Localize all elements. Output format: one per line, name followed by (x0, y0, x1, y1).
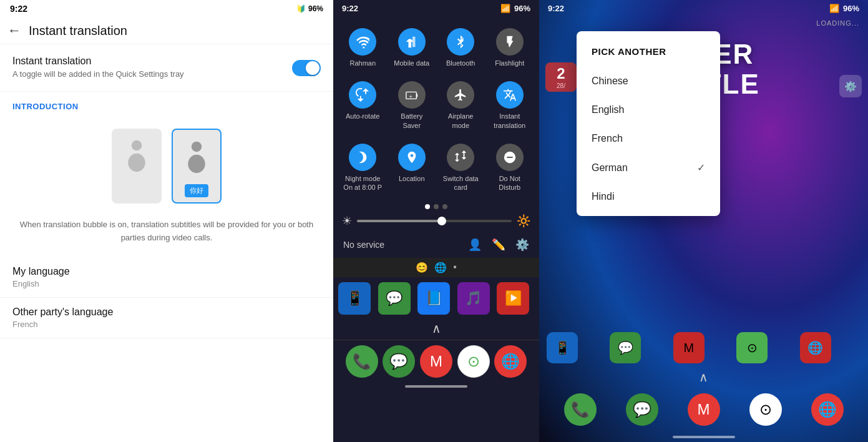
signal-icon: 🔰 (296, 4, 306, 13)
dock-chrome[interactable]: ⊙ (457, 345, 490, 378)
location-label: Location (399, 174, 425, 183)
airplane-label: Airplane mode (440, 112, 482, 130)
settings-status-icons: 🔰 96% (296, 4, 323, 13)
back-button[interactable]: ← (7, 22, 21, 39)
settings-toolbar: ← Instant translation (0, 17, 333, 44)
app-icon-2[interactable]: 💬 (378, 282, 411, 315)
qs-time: 9:22 (342, 4, 358, 13)
qs-tile-instant-translation[interactable]: Instant translation (487, 75, 534, 135)
flashlight-icon (496, 28, 524, 56)
battery-saver-label: Battery Saver (391, 112, 433, 130)
qs-bottom-icons: 👤 ✏️ ⚙️ (468, 238, 529, 252)
qs-tile-auto-rotate[interactable]: Auto-rotate (339, 75, 386, 135)
flashlight-label: Flashlight (495, 59, 524, 67)
qs-battery: 96% (514, 4, 530, 13)
german-check-icon: ✓ (697, 162, 705, 174)
qs-tile-rahman[interactable]: Rahman (339, 22, 386, 72)
qs-tile-bluetooth[interactable]: Bluetooth (437, 22, 484, 72)
user-icon[interactable]: 👤 (468, 238, 482, 252)
svg-point-4 (363, 47, 365, 49)
brightness-low-icon: ☀ (342, 214, 352, 228)
bubble-label: 你好 (185, 184, 208, 197)
settings-time: 9:22 (10, 4, 27, 14)
instant-translation-toggle[interactable] (292, 60, 321, 76)
other-language-label: Other party's language (12, 307, 321, 318)
battery-saver-icon: + (398, 81, 426, 109)
brightness-slider[interactable] (357, 220, 512, 222)
bluetooth-icon (447, 28, 474, 56)
brightness-row: ☀ 🔆 (333, 212, 539, 234)
dnd-icon (496, 144, 524, 171)
other-language-value: French (12, 320, 321, 329)
app-icon-3[interactable]: 📘 (417, 282, 450, 315)
qs-tile-dnd[interactable]: Do Not Disturb (487, 137, 534, 197)
qs-status-icons: 📶 96% (500, 4, 530, 13)
svg-point-2 (192, 141, 202, 152)
dock-gmail[interactable]: M (420, 345, 452, 378)
dialog-option-english[interactable]: English (577, 96, 720, 124)
location-icon (398, 144, 426, 171)
mobile-data-label: Mobile data (394, 59, 429, 67)
dialog-title: PICK ANOTHER (577, 46, 720, 67)
qs-dots (333, 202, 539, 212)
app-icon-4[interactable]: 🎵 (457, 282, 490, 315)
toggle-sublabel: A toggle will be added in the Quick Sett… (12, 69, 184, 80)
qs-bottom-row: No service 👤 ✏️ ⚙️ (333, 234, 539, 258)
my-language-value: English (12, 279, 321, 288)
translate-icon[interactable]: 🌐 (434, 262, 447, 273)
emoji-icon[interactable]: 😊 (416, 262, 428, 273)
settings-icon[interactable]: ⚙️ (515, 238, 529, 252)
qs-tile-location[interactable]: Location (389, 137, 436, 197)
edit-icon[interactable]: ✏️ (492, 238, 505, 252)
toggle-label: Instant translation (12, 56, 184, 67)
dock-phone[interactable]: 📞 (346, 345, 378, 378)
brightness-high-icon: 🔆 (517, 214, 530, 228)
svg-rect-6 (416, 94, 417, 97)
dialog-overlay: PICK ANOTHER Chinese English French Germ… (539, 0, 868, 442)
instant-translation-row: Instant translation A toggle will be add… (0, 44, 333, 92)
qs-grid: Rahman Mobile data Bluetooth Flashlight (333, 17, 539, 202)
qs-tile-flashlight[interactable]: Flashlight (487, 22, 534, 72)
dialog-option-french[interactable]: French (577, 124, 720, 153)
qs-tile-airplane[interactable]: Airplane mode (437, 75, 484, 135)
settings-content: Instant translation A toggle will be add… (0, 44, 333, 442)
no-service-label: No service (343, 240, 384, 250)
dialog-option-hindi[interactable]: Hindi (577, 182, 720, 211)
qs-nav-bar (333, 383, 539, 391)
app-icon-1[interactable]: 📱 (338, 282, 371, 315)
dialog-option-chinese[interactable]: Chinese (577, 67, 720, 96)
auto-rotate-icon (349, 81, 376, 109)
svg-point-0 (132, 140, 142, 150)
switch-data-icon (447, 144, 474, 171)
avatar-card-right: 你好 (172, 129, 222, 204)
night-mode-label: Night modeOn at 8:00 P (343, 174, 382, 192)
svg-point-1 (128, 154, 145, 172)
auto-rotate-label: Auto-rotate (346, 112, 379, 120)
quick-settings-panel: 9:22 📶 96% Rahman Mobile data Bluetooth (333, 0, 539, 442)
keyboard-bar: 😊 🌐 • (333, 258, 539, 277)
qs-app-grid: 📱 💬 📘 🎵 ▶️ (333, 280, 539, 317)
qs-status-bar: 9:22 📶 96% (333, 0, 539, 17)
dock-messages[interactable]: 💬 (383, 345, 415, 378)
my-language-row[interactable]: My language English (0, 257, 333, 298)
qs-dot-3 (442, 204, 447, 209)
app-icon-5[interactable]: ▶️ (497, 282, 529, 315)
qs-tile-battery-saver[interactable]: + Battery Saver (389, 75, 436, 135)
settings-status-bar: 9:22 🔰 96% (0, 0, 333, 17)
instant-translation-icon (496, 81, 524, 109)
qs-wifi-icon: 📶 (500, 4, 510, 13)
dialog-option-german[interactable]: German ✓ (577, 153, 720, 182)
instant-translation-qs-label: Instant translation (489, 112, 531, 130)
night-mode-icon (349, 144, 376, 171)
intro-section-label: INTRODUCTION (0, 92, 333, 116)
rahman-icon (349, 28, 376, 56)
qs-tile-switch-data[interactable]: Switch data card (437, 137, 484, 197)
qs-tile-mobile-data[interactable]: Mobile data (389, 22, 436, 72)
qs-up-arrow[interactable]: ∧ (333, 317, 539, 340)
pick-another-dialog: PICK ANOTHER Chinese English French Germ… (577, 31, 720, 216)
qs-tile-night-mode[interactable]: Night modeOn at 8:00 P (339, 137, 386, 197)
svg-text:+: + (409, 94, 412, 100)
other-language-row[interactable]: Other party's language French (0, 298, 333, 338)
rahman-label: Rahman (349, 59, 376, 67)
dock-browser[interactable]: 🌐 (494, 345, 527, 378)
